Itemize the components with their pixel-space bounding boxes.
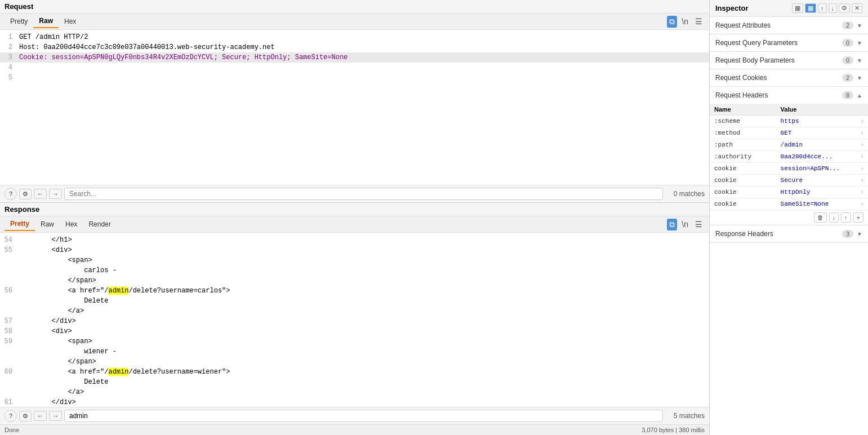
inspector-request-attributes-header[interactable]: Request Attributes 2 ▼ xyxy=(710,17,868,34)
inspector-response-headers: Response Headers 3 ▼ xyxy=(710,225,868,243)
tab-response-hex[interactable]: Hex xyxy=(60,218,83,230)
request-search-prev-btn[interactable]: ← xyxy=(34,189,47,199)
inspector-request-headers: Request Headers 8 ▲ Name Value :scheme h… xyxy=(710,87,868,225)
response-search-matches: 5 matches xyxy=(665,412,705,420)
inspector-icon-up[interactable]: ↑ xyxy=(818,3,827,13)
inspector-cookies-count: 2 xyxy=(842,74,853,82)
resp-line-58: 58 <div> xyxy=(0,326,709,336)
request-section: Request Pretty Raw Hex ⧉ \n ☰ 1 GET /adm… xyxy=(0,0,709,203)
inspector-cookies-header[interactable]: Request Cookies 2 ▼ xyxy=(710,69,868,86)
header-name-cookie1: cookie xyxy=(710,163,776,175)
header-row-cookie1: cookie session=ApSPN... › xyxy=(710,163,868,175)
response-menu-icon[interactable]: ☰ xyxy=(693,219,705,230)
inspector-request-headers-count: 8 xyxy=(842,91,853,99)
resp-line-56b: </a> xyxy=(0,306,709,316)
header-arrow-path[interactable]: › xyxy=(857,139,868,151)
response-search-prev-btn[interactable]: ← xyxy=(34,411,47,421)
request-menu-icon[interactable]: ☰ xyxy=(693,16,705,27)
inspector-response-headers-count: 3 xyxy=(842,230,853,238)
request-search-settings-btn[interactable]: ⚙ xyxy=(19,189,32,199)
tab-response-render[interactable]: Render xyxy=(83,218,116,230)
response-search-help-btn[interactable]: ? xyxy=(5,410,17,422)
right-panel: Inspector ▦ ▦ ↑ ↓ ⚙ ✕ Request Attributes… xyxy=(710,0,868,435)
inspector-icon-grid2[interactable]: ▦ xyxy=(805,3,816,13)
resp-line-60a: Delete xyxy=(0,377,709,387)
request-search-next-btn[interactable]: → xyxy=(49,189,62,199)
header-value-path: /admin xyxy=(776,139,857,151)
table-up-btn[interactable]: ↑ xyxy=(841,212,851,223)
resp-line-54: 54 </h1> xyxy=(0,235,709,245)
header-arrow-cookie3[interactable]: › xyxy=(857,187,868,198)
resp-line-59b: </span> xyxy=(0,357,709,367)
status-bar: Done 3,070 bytes | 380 millis xyxy=(0,424,709,435)
header-name-cookie2: cookie xyxy=(710,175,776,187)
response-search-next-btn[interactable]: → xyxy=(49,411,62,421)
inspector-query-params-chevron: ▼ xyxy=(857,40,862,46)
table-delete-btn[interactable]: 🗑 xyxy=(814,212,827,223)
inspector-query-params-header[interactable]: Request Query Parameters 0 ▼ xyxy=(710,34,868,51)
inspector-icon-grid1[interactable]: ▦ xyxy=(792,3,803,13)
header-arrow-authority[interactable]: › xyxy=(857,151,868,163)
left-panel: Request Pretty Raw Hex ⧉ \n ☰ 1 GET /adm… xyxy=(0,0,710,435)
tab-request-raw[interactable]: Raw xyxy=(33,15,59,28)
resp-line-56: 56 <a href="/admin/delete?username=carlo… xyxy=(0,286,709,296)
response-search-settings-btn[interactable]: ⚙ xyxy=(19,411,32,421)
inspector-request-attributes-chevron: ▼ xyxy=(857,23,862,29)
resp-line-61: 61 </div> xyxy=(0,397,709,407)
inspector-request-headers-title: Request Headers xyxy=(715,91,842,99)
request-title: Request xyxy=(0,0,709,14)
response-section: Response Pretty Raw Hex Render ⧉ \n ☰ 54… xyxy=(0,203,709,424)
tab-response-raw[interactable]: Raw xyxy=(35,218,60,230)
header-arrow-cookie2[interactable]: › xyxy=(857,175,868,187)
req-line-5: 5 xyxy=(0,73,709,83)
response-copy-icon[interactable]: ⧉ xyxy=(667,219,677,230)
inspector-body-params-chevron: ▼ xyxy=(857,57,862,64)
inspector-close-btn[interactable]: ✕ xyxy=(852,3,862,13)
headers-col-action xyxy=(857,104,868,116)
resp-line-55c: </span> xyxy=(0,276,709,286)
header-arrow-method[interactable]: › xyxy=(857,127,868,139)
request-search-matches: 0 matches xyxy=(665,190,705,198)
table-down-btn[interactable]: ↓ xyxy=(829,212,839,223)
header-name-cookie4: cookie xyxy=(710,198,776,210)
request-tab-icons: ⧉ \n ☰ xyxy=(667,16,705,28)
inspector-response-headers-header[interactable]: Response Headers 3 ▼ xyxy=(710,225,868,242)
inspector-icon-down[interactable]: ↓ xyxy=(829,3,838,13)
inspector-body-params-header[interactable]: Request Body Parameters 0 ▼ xyxy=(710,52,868,69)
response-newline-icon[interactable]: \n xyxy=(679,219,691,230)
header-value-cookie3: HttpOnly xyxy=(776,187,857,198)
header-row-scheme: :scheme https › xyxy=(710,116,868,127)
header-arrow-scheme[interactable]: › xyxy=(857,116,868,127)
request-search-input[interactable] xyxy=(64,188,663,200)
header-value-authority: 0aa200d4cce... xyxy=(776,151,857,163)
request-search-bar: ? ⚙ ← → 0 matches xyxy=(0,185,709,202)
header-name-method: :method xyxy=(710,127,776,139)
response-search-input[interactable] xyxy=(64,410,663,422)
header-arrow-cookie1[interactable]: › xyxy=(857,163,868,175)
header-row-cookie4: cookie SameSite=None › xyxy=(710,198,868,210)
inspector-icon-settings[interactable]: ⚙ xyxy=(839,3,850,13)
header-value-cookie4: SameSite=None xyxy=(776,198,857,210)
tab-request-pretty[interactable]: Pretty xyxy=(5,15,33,28)
response-code-area: 54 </h1> 55 <div> <span> carlos - xyxy=(0,233,709,407)
request-search-help-btn[interactable]: ? xyxy=(5,188,17,200)
inspector-request-headers-header[interactable]: Request Headers 8 ▲ xyxy=(710,87,868,104)
inspector-response-headers-title: Response Headers xyxy=(715,230,842,238)
request-copy-icon[interactable]: ⧉ xyxy=(667,16,677,28)
inspector-request-attributes-count: 2 xyxy=(842,21,853,29)
table-add-btn[interactable]: + xyxy=(853,212,863,223)
tab-request-hex[interactable]: Hex xyxy=(59,15,82,28)
header-arrow-cookie4[interactable]: › xyxy=(857,198,868,210)
resp-line-56a: Delete xyxy=(0,296,709,306)
headers-table: Name Value :scheme https › :method GET › xyxy=(710,104,868,210)
header-value-scheme: https xyxy=(776,116,857,127)
inspector-cookies: Request Cookies 2 ▼ xyxy=(710,69,868,87)
request-newline-icon[interactable]: \n xyxy=(679,16,691,27)
header-value-cookie1: session=ApSPN... xyxy=(776,163,857,175)
tab-response-pretty[interactable]: Pretty xyxy=(5,218,35,231)
header-row-authority: :authority 0aa200d4cce... › xyxy=(710,151,868,163)
response-tab-bar: Pretty Raw Hex Render ⧉ \n ☰ xyxy=(0,216,709,233)
header-value-method: GET xyxy=(776,127,857,139)
header-name-cookie3: cookie xyxy=(710,187,776,198)
inspector-query-params-title: Request Query Parameters xyxy=(715,39,842,47)
